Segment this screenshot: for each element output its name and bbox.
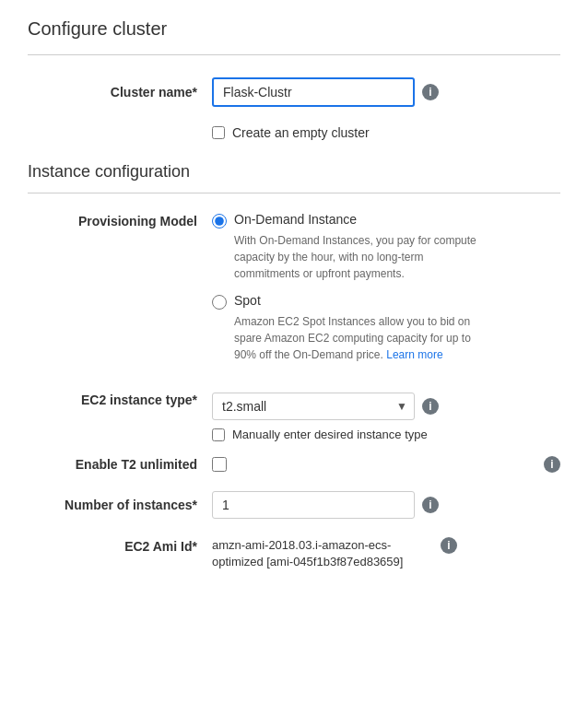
ec2-ami-id-row: EC2 Ami Id* amzn-ami-2018.03.i-amazon-ec… — [28, 537, 560, 570]
ec2-instance-type-label: EC2 instance type* — [28, 393, 212, 407]
ec2-ami-id-control: amzn-ami-2018.03.i-amazon-ecs-optimized … — [212, 537, 560, 570]
spot-radio[interactable] — [212, 295, 227, 310]
spot-description: Amazon EC2 Spot Instances allow you to b… — [234, 313, 492, 363]
cluster-name-control: i — [212, 77, 560, 107]
empty-cluster-row: Create an empty cluster — [28, 125, 560, 140]
cluster-name-row: Cluster name* i — [28, 77, 560, 107]
number-of-instances-info-icon[interactable]: i — [422, 497, 439, 513]
instance-config-title: Instance configuration — [28, 162, 560, 182]
ec2-ami-id-label: EC2 Ami Id* — [28, 537, 212, 554]
learn-more-link[interactable]: Learn more — [386, 348, 442, 361]
t2-unlimited-row: Enable T2 unlimited i — [28, 456, 560, 473]
ec2-instance-type-control: t2.micro t2.small t2.medium t3.micro t3.… — [212, 393, 439, 441]
cluster-name-input[interactable] — [212, 77, 415, 107]
instance-config-divider — [28, 193, 560, 193]
on-demand-label: On-Demand Instance — [234, 212, 357, 227]
empty-cluster-checkbox[interactable] — [212, 126, 225, 139]
manual-instance-checkbox[interactable] — [212, 428, 225, 441]
spot-label: Spot — [234, 293, 261, 308]
ec2-instance-type-select-wrapper: t2.micro t2.small t2.medium t3.micro t3.… — [212, 393, 415, 420]
number-of-instances-input[interactable] — [212, 491, 415, 519]
on-demand-radio[interactable] — [212, 214, 227, 229]
ec2-instance-type-info-icon[interactable]: i — [422, 398, 439, 415]
manual-instance-label: Manually enter desired instance type — [232, 428, 428, 441]
on-demand-option: On-Demand Instance — [212, 212, 492, 229]
spot-option: Spot — [212, 293, 492, 310]
cluster-name-info-icon[interactable]: i — [422, 84, 439, 100]
ec2-ami-id-info-icon[interactable]: i — [441, 537, 457, 554]
ec2-instance-type-select[interactable]: t2.micro t2.small t2.medium t3.micro t3.… — [212, 393, 415, 420]
empty-cluster-label: Create an empty cluster — [232, 125, 370, 140]
page-title: Configure cluster — [28, 18, 560, 40]
t2-unlimited-control: i — [212, 456, 560, 473]
provisioning-model-row: Provisioning Model On-Demand Instance Wi… — [28, 212, 560, 378]
t2-unlimited-info-icon[interactable]: i — [544, 456, 560, 473]
page-container: Configure cluster Cluster name* i Create… — [0, 0, 588, 604]
manual-instance-row: Manually enter desired instance type — [212, 428, 439, 441]
on-demand-description: With On-Demand Instances, you pay for co… — [234, 232, 492, 282]
number-of-instances-control: i — [212, 491, 560, 519]
t2-unlimited-label: Enable T2 unlimited — [28, 457, 212, 472]
provisioning-radio-group: On-Demand Instance With On-Demand Instan… — [212, 212, 492, 378]
provisioning-model-label: Provisioning Model — [28, 212, 212, 229]
ec2-ami-id-value: amzn-ami-2018.03.i-amazon-ecs-optimized … — [212, 537, 433, 570]
number-of-instances-label: Number of instances* — [28, 498, 212, 512]
title-divider — [28, 54, 560, 55]
ec2-instance-type-row: EC2 instance type* t2.micro t2.small t2.… — [28, 393, 560, 441]
cluster-name-label: Cluster name* — [28, 85, 212, 100]
number-of-instances-row: Number of instances* i — [28, 491, 560, 519]
t2-unlimited-checkbox[interactable] — [212, 457, 227, 472]
